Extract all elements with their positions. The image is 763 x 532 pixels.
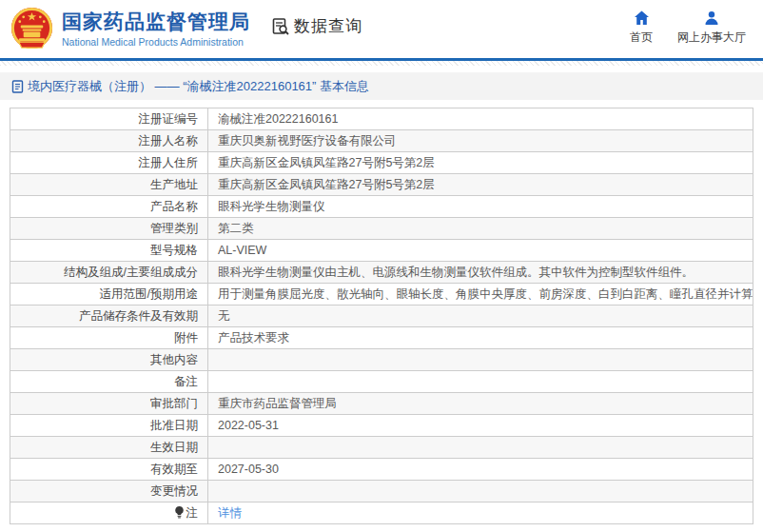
row-value: 重庆市药品监督管理局 [208, 393, 753, 415]
site-title: 国家药品监督管理局 [62, 10, 250, 33]
document-icon [11, 80, 24, 93]
top-nav: 首页 网上办事大厅 [630, 10, 746, 46]
table-row: 管理类别第二类 [10, 218, 753, 240]
row-value: 重庆贝奥新视野医疗设备有限公司 [208, 130, 753, 152]
table-row: 产品储存条件及有效期无 [10, 305, 753, 327]
row-label: 批准日期 [10, 415, 208, 437]
row-value: 2022-05-31 [208, 415, 753, 437]
table-row: 注册证编号渝械注准20222160161 [10, 108, 753, 130]
table-row: 适用范围/预期用途用于测量角膜屈光度、散光轴向、眼轴长度、角膜中央厚度、前房深度… [10, 284, 753, 305]
row-label: 有效期至 [10, 459, 208, 481]
row-label: 注册人住所 [10, 152, 208, 174]
site-subtitle: National Medical Products Administration [62, 36, 250, 48]
table-row: 注册人住所重庆高新区金凤镇凤笙路27号附5号第2层 [10, 152, 753, 174]
row-value [208, 349, 753, 371]
row-value: 渝械注准20222160161 [208, 108, 753, 130]
registration-info-table-wrap: 注册证编号渝械注准20222160161注册人名称重庆贝奥新视野医疗设备有限公司… [10, 108, 753, 524]
table-row: 产品名称眼科光学生物测量仪 [10, 196, 753, 218]
row-label: 注册人名称 [10, 130, 208, 152]
row-label: 注册证编号 [10, 108, 208, 130]
data-query-label: 数据查询 [294, 15, 362, 37]
hatch-texture-strip [0, 61, 763, 66]
row-value: 眼科光学生物测量仪 [208, 196, 753, 218]
national-emblem-logo [10, 7, 54, 51]
row-label: 产品名称 [10, 196, 208, 218]
document-search-icon [271, 17, 290, 36]
person-icon [704, 10, 719, 26]
row-label: 生产地址 [10, 174, 208, 196]
breadcrumb: 境内医疗器械（注册） —— “渝械注准20222160161” 基本信息 [0, 72, 763, 100]
home-icon [634, 10, 650, 26]
table-row: 其他内容 [10, 349, 753, 371]
row-value: 第二类 [208, 218, 753, 240]
breadcrumb-text: 境内医疗器械（注册） —— “渝械注准20222160161” 基本信息 [28, 78, 369, 95]
table-row: 批准日期2022-05-31 [10, 415, 753, 437]
nav-item-service-hall[interactable]: 网上办事大厅 [677, 10, 746, 46]
row-label: 变更情况 [10, 481, 208, 502]
row-value: 重庆高新区金凤镇凤笙路27号附5号第2层 [208, 174, 753, 196]
row-label: 产品储存条件及有效期 [10, 305, 208, 327]
header: 国家药品监督管理局 National Medical Products Admi… [0, 0, 763, 58]
row-value: 2027-05-30 [208, 459, 753, 481]
row-label: 生效日期 [10, 437, 208, 459]
row-value: AL-VIEW [208, 240, 753, 262]
table-row: 注册人名称重庆贝奥新视野医疗设备有限公司 [10, 130, 753, 152]
row-value: 无 [208, 305, 753, 327]
row-value: 用于测量角膜屈光度、散光轴向、眼轴长度、角膜中央厚度、前房深度、白到白距离、瞳孔… [208, 284, 753, 305]
row-label: 注 [10, 502, 208, 524]
info-table-body: 注册证编号渝械注准20222160161注册人名称重庆贝奥新视野医疗设备有限公司… [10, 108, 753, 524]
row-value: 详情 [208, 502, 753, 524]
registration-info-table: 注册证编号渝械注准20222160161注册人名称重庆贝奥新视野医疗设备有限公司… [10, 108, 753, 524]
detail-link[interactable]: 详情 [218, 506, 242, 520]
table-row: 变更情况 [10, 481, 753, 502]
table-row: 结构及组成/主要组成成分眼科光学生物测量仪由主机、电源线和生物测量仪软件组成。其… [10, 262, 753, 284]
row-label: 型号规格 [10, 240, 208, 262]
row-value: 产品技术要求 [208, 327, 753, 349]
nav-item-home[interactable]: 首页 [630, 10, 653, 46]
row-label: 管理类别 [10, 218, 208, 240]
row-label: 附件 [10, 327, 208, 349]
table-row: 备注 [10, 371, 753, 393]
table-row: 审批部门重庆市药品监督管理局 [10, 393, 753, 415]
table-row: 型号规格AL-VIEW [10, 240, 753, 262]
nav-label-service-hall: 网上办事大厅 [677, 30, 746, 46]
row-value [208, 481, 753, 502]
bulb-icon [174, 506, 185, 522]
table-row: 生产地址重庆高新区金凤镇凤笙路27号附5号第2层 [10, 174, 753, 196]
nav-label-home: 首页 [630, 30, 653, 46]
row-label: 适用范围/预期用途 [10, 284, 208, 305]
row-label: 其他内容 [10, 349, 208, 371]
row-value: 眼科光学生物测量仪由主机、电源线和生物测量仪软件组成。其中软件为控制型软件组件。 [208, 262, 753, 284]
row-value [208, 371, 753, 393]
row-label: 备注 [10, 371, 208, 393]
table-row: 生效日期 [10, 437, 753, 459]
row-value: 重庆高新区金凤镇凤笙路27号附5号第2层 [208, 152, 753, 174]
table-row: 有效期至2027-05-30 [10, 459, 753, 481]
table-row: 附件产品技术要求 [10, 327, 753, 349]
table-row: 注详情 [10, 502, 753, 524]
row-value [208, 437, 753, 459]
row-label: 审批部门 [10, 393, 208, 415]
row-label: 结构及组成/主要组成成分 [10, 262, 208, 284]
data-query-entry[interactable]: 数据查询 [271, 15, 362, 37]
brand-block: 国家药品监督管理局 National Medical Products Admi… [62, 10, 250, 47]
